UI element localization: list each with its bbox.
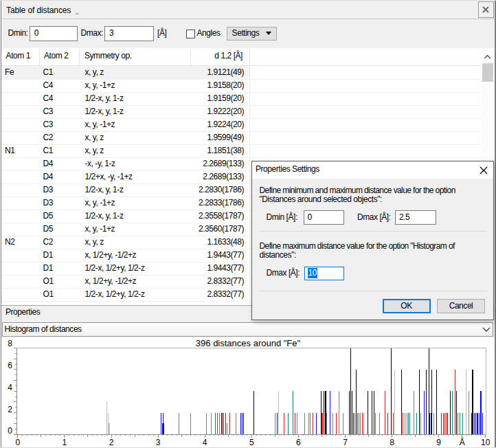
- svg-text:4: 4: [8, 383, 12, 392]
- svg-text:10: 10: [481, 438, 491, 447]
- svg-text:3: 3: [156, 438, 161, 447]
- svg-text:1: 1: [63, 438, 67, 447]
- svg-text:0: 0: [15, 438, 20, 447]
- svg-text:7: 7: [343, 438, 348, 447]
- svg-text:Å: Å: [460, 437, 465, 447]
- svg-text:0: 0: [8, 426, 12, 436]
- svg-text:2: 2: [8, 405, 12, 414]
- svg-text:8: 8: [8, 339, 12, 348]
- svg-text:8: 8: [390, 438, 394, 447]
- svg-text:9: 9: [436, 438, 441, 447]
- svg-text:6: 6: [296, 438, 301, 447]
- svg-text:5: 5: [249, 438, 254, 447]
- svg-text:4: 4: [203, 438, 207, 447]
- svg-text:6: 6: [8, 361, 12, 370]
- svg-text:2: 2: [109, 438, 114, 447]
- svg-text:396 distances around "Fe": 396 distances around "Fe": [196, 338, 301, 348]
